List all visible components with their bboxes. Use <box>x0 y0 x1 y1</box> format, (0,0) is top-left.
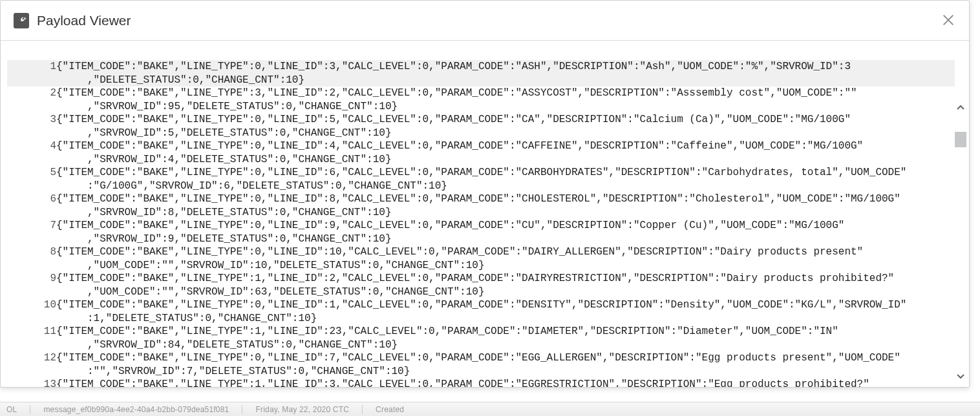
code-text[interactable]: {"ITEM_CODE":"BAKE","LINE_TYPE":0,"LINE_… <box>56 192 955 219</box>
scrollbar-thumb[interactable] <box>955 132 966 147</box>
code-line[interactable]: 12{"ITEM_CODE":"BAKE","LINE_TYPE":0,"LIN… <box>7 351 955 378</box>
code-text[interactable]: {"ITEM_CODE":"BAKE","LINE_TYPE":0,"LINE_… <box>56 351 955 378</box>
editor-container: 1{"ITEM_CODE":"BAKE","LINE_TYPE":0,"LINE… <box>1 41 969 387</box>
code-line[interactable]: 13{"ITEM_CODE":"BAKE","LINE_TYPE":1,"LIN… <box>7 378 955 387</box>
status-bar: OL message_ef0b990a-4ee2-40a4-b2bb-079de… <box>0 402 980 416</box>
code-editor[interactable]: 1{"ITEM_CODE":"BAKE","LINE_TYPE":0,"LINE… <box>7 60 955 387</box>
code-line[interactable]: 5{"ITEM_CODE":"BAKE","LINE_TYPE":0,"LINE… <box>7 166 955 192</box>
line-number: 3 <box>7 113 56 140</box>
status-segment: Created <box>376 405 404 414</box>
payload-viewer-dialog: Payload Viewer 1{"ITEM_CODE":"BAKE","LIN… <box>0 0 970 388</box>
close-icon <box>941 13 955 27</box>
line-number: 11 <box>7 325 56 351</box>
code-line[interactable]: 4{"ITEM_CODE":"BAKE","LINE_TYPE":0,"LINE… <box>7 140 955 166</box>
status-segment: Friday, May 22, 2020 CTC <box>255 405 349 414</box>
line-number: 9 <box>7 272 56 298</box>
line-number: 12 <box>7 351 56 378</box>
code-text[interactable]: {"ITEM_CODE":"BAKE","LINE_TYPE":0,"LINE_… <box>56 245 955 272</box>
scroll-up-button[interactable] <box>955 102 966 114</box>
line-number: 2 <box>7 87 56 113</box>
wrench-icon <box>14 13 29 28</box>
scroll-down-button[interactable] <box>955 370 966 382</box>
code-line[interactable]: 1{"ITEM_CODE":"BAKE","LINE_TYPE":0,"LINE… <box>7 60 955 87</box>
dialog-title: Payload Viewer <box>37 13 131 28</box>
code-text[interactable]: {"ITEM_CODE":"BAKE","LINE_TYPE":1,"LINE_… <box>56 272 955 298</box>
line-number: 6 <box>7 192 56 219</box>
line-number: 13 <box>7 378 56 387</box>
separator <box>242 405 242 414</box>
code-line[interactable]: 3{"ITEM_CODE":"BAKE","LINE_TYPE":0,"LINE… <box>7 113 955 140</box>
line-number: 1 <box>7 60 56 87</box>
code-line[interactable]: 6{"ITEM_CODE":"BAKE","LINE_TYPE":0,"LINE… <box>7 192 955 219</box>
chevron-down-icon <box>957 372 964 380</box>
code-line[interactable]: 7{"ITEM_CODE":"BAKE","LINE_TYPE":0,"LINE… <box>7 219 955 245</box>
status-segment: OL <box>6 405 17 414</box>
code-text[interactable]: {"ITEM_CODE":"BAKE","LINE_TYPE":0,"LINE_… <box>56 166 955 192</box>
line-number: 8 <box>7 245 56 272</box>
code-line[interactable]: 2{"ITEM_CODE":"BAKE","LINE_TYPE":3,"LINE… <box>7 87 955 113</box>
code-line[interactable]: 8{"ITEM_CODE":"BAKE","LINE_TYPE":0,"LINE… <box>7 245 955 272</box>
code-text[interactable]: {"ITEM_CODE":"BAKE","LINE_TYPE":3,"LINE_… <box>56 87 955 113</box>
separator <box>362 405 363 414</box>
line-number: 5 <box>7 166 56 192</box>
close-button[interactable] <box>938 10 959 30</box>
code-line[interactable]: 9{"ITEM_CODE":"BAKE","LINE_TYPE":1,"LINE… <box>7 272 955 298</box>
code-text[interactable]: {"ITEM_CODE":"BAKE","LINE_TYPE":0,"LINE_… <box>56 140 955 166</box>
code-text[interactable]: {"ITEM_CODE":"BAKE","LINE_TYPE":0,"LINE_… <box>56 113 955 140</box>
code-text[interactable]: {"ITEM_CODE":"BAKE","LINE_TYPE":1,"LINE_… <box>56 378 955 387</box>
line-number: 7 <box>7 219 56 245</box>
chevron-up-icon <box>957 104 964 112</box>
dialog-header: Payload Viewer <box>1 1 969 41</box>
line-number: 4 <box>7 140 56 166</box>
code-text[interactable]: {"ITEM_CODE":"BAKE","LINE_TYPE":1,"LINE_… <box>56 325 955 351</box>
status-segment: message_ef0b990a-4ee2-40a4-b2bb-079dea51… <box>43 405 229 414</box>
separator <box>30 405 30 414</box>
code-line[interactable]: 10{"ITEM_CODE":"BAKE","LINE_TYPE":0,"LIN… <box>7 298 955 325</box>
code-text[interactable]: {"ITEM_CODE":"BAKE","LINE_TYPE":0,"LINE_… <box>56 219 955 245</box>
vertical-scrollbar[interactable] <box>955 102 966 382</box>
line-number: 10 <box>7 298 56 325</box>
code-text[interactable]: {"ITEM_CODE":"BAKE","LINE_TYPE":0,"LINE_… <box>56 298 955 325</box>
code-text[interactable]: {"ITEM_CODE":"BAKE","LINE_TYPE":0,"LINE_… <box>56 60 955 87</box>
code-line[interactable]: 11{"ITEM_CODE":"BAKE","LINE_TYPE":1,"LIN… <box>7 325 955 351</box>
